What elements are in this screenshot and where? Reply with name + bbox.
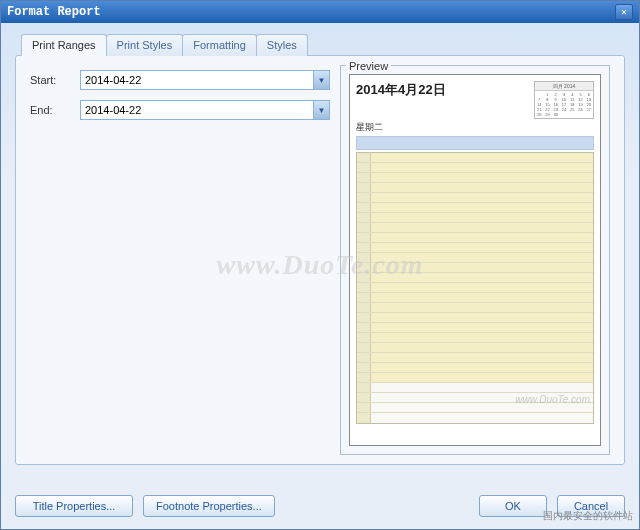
- tab-print-styles[interactable]: Print Styles: [106, 34, 184, 56]
- close-button[interactable]: ✕: [615, 4, 633, 20]
- preview-weekday: 星期二: [350, 121, 600, 136]
- preview-allday-bar: [356, 136, 594, 150]
- preview-label: Preview: [346, 60, 391, 72]
- close-icon: ✕: [621, 6, 627, 18]
- window-title: Format Report: [7, 5, 101, 19]
- tab-styles[interactable]: Styles: [256, 34, 308, 56]
- form-area: Start: 2014-04-22 ▼ End: 2014-04-22 ▼: [30, 70, 330, 120]
- ok-button[interactable]: OK: [479, 495, 547, 517]
- tab-print-ranges[interactable]: Print Ranges: [21, 34, 107, 56]
- footnote-properties-button[interactable]: Footnote Properties...: [143, 495, 275, 517]
- content-area: Print Ranges Print Styles Formatting Sty…: [1, 23, 639, 529]
- preview-header: 2014年4月22日 四月 2014 123456 78910111213 14…: [350, 75, 600, 121]
- footer: Title Properties... Footnote Properties.…: [15, 495, 625, 517]
- mini-calendar: 四月 2014 123456 78910111213 1415161718192…: [534, 81, 594, 119]
- end-date-value: 2014-04-22: [85, 104, 141, 116]
- dropdown-icon[interactable]: ▼: [313, 71, 329, 89]
- preview-date: 2014年4月22日: [356, 81, 446, 99]
- preview-group: Preview 2014年4月22日 四月 2014 123456 789: [340, 60, 610, 455]
- start-label: Start:: [30, 74, 80, 86]
- end-row: End: 2014-04-22 ▼: [30, 100, 330, 120]
- corner-watermark: 国内最安全的软件站: [543, 509, 633, 523]
- title-properties-button[interactable]: Title Properties...: [15, 495, 133, 517]
- watermark-small: www.DuoTe.com: [515, 394, 590, 405]
- mini-calendar-grid: 123456 78910111213 14151617181920 212223…: [535, 91, 593, 118]
- tab-strip: Print Ranges Print Styles Formatting Sty…: [21, 34, 625, 56]
- preview-timegrid: [356, 152, 594, 424]
- mini-calendar-header: 四月 2014: [535, 82, 593, 91]
- start-row: Start: 2014-04-22 ▼: [30, 70, 330, 90]
- end-label: End:: [30, 104, 80, 116]
- start-date-value: 2014-04-22: [85, 74, 141, 86]
- tab-formatting[interactable]: Formatting: [182, 34, 257, 56]
- dropdown-icon[interactable]: ▼: [313, 101, 329, 119]
- tab-panel: Start: 2014-04-22 ▼ End: 2014-04-22 ▼ Pr…: [15, 55, 625, 465]
- preview-page: 2014年4月22日 四月 2014 123456 78910111213 14…: [349, 74, 601, 446]
- start-date-input[interactable]: 2014-04-22 ▼: [80, 70, 330, 90]
- preview-frame: 2014年4月22日 四月 2014 123456 78910111213 14…: [340, 65, 610, 455]
- end-date-input[interactable]: 2014-04-22 ▼: [80, 100, 330, 120]
- dialog-window: Format Report ✕ Print Ranges Print Style…: [0, 0, 640, 530]
- titlebar: Format Report ✕: [1, 1, 639, 23]
